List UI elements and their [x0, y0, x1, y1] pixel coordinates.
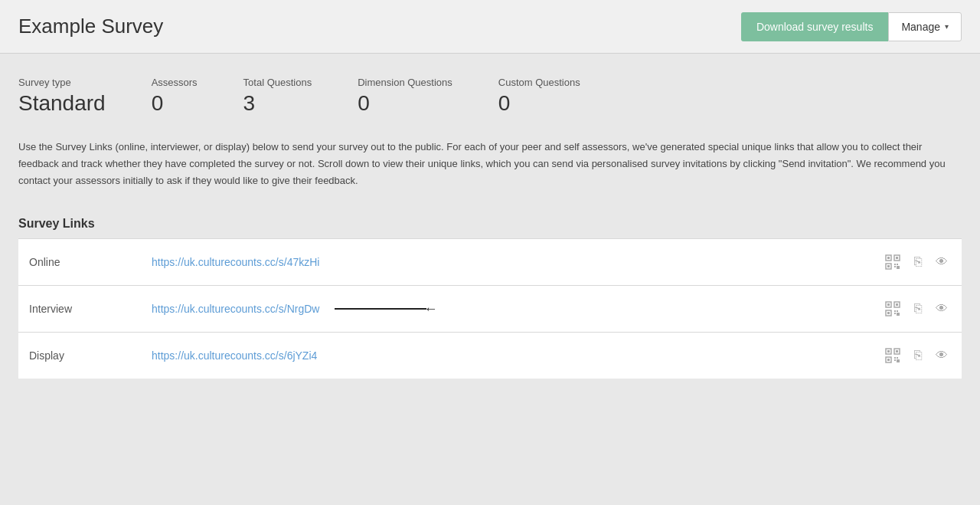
svg-rect-7 — [897, 264, 898, 265]
svg-rect-19 — [897, 313, 900, 316]
main-content: Survey type Standard Assessors 0 Total Q… — [0, 54, 980, 402]
svg-rect-1 — [887, 257, 890, 259]
stat-label-assessors: Assessors — [152, 77, 198, 88]
link-label-display: Display — [18, 333, 141, 379]
stat-label-custom-questions: Custom Questions — [498, 77, 580, 88]
eye-icon: 👁 — [936, 302, 948, 316]
stat-value-survey-type: Standard — [18, 91, 106, 116]
link-display[interactable]: https://uk.culturecounts.cc/s/6jYZi4 — [152, 349, 317, 362]
stat-dimension-questions: Dimension Questions 0 — [358, 77, 452, 116]
qr-icon — [885, 301, 900, 316]
svg-rect-18 — [894, 313, 896, 314]
stat-value-total-questions: 3 — [243, 91, 312, 116]
page-title: Example Survey — [18, 15, 163, 38]
qr-code-button-online[interactable] — [882, 251, 903, 273]
svg-rect-8 — [894, 266, 896, 267]
header-actions: Download survey results Manage ▾ — [741, 12, 962, 41]
link-actions-display: ⎘ 👁 — [775, 333, 962, 379]
svg-rect-13 — [896, 303, 898, 306]
preview-button-online[interactable]: 👁 — [933, 252, 951, 272]
stat-label-survey-type: Survey type — [18, 77, 106, 88]
svg-rect-3 — [896, 257, 898, 259]
eye-icon: 👁 — [936, 255, 948, 269]
stat-label-total-questions: Total Questions — [243, 77, 312, 88]
svg-rect-5 — [887, 265, 890, 267]
table-row: Online https://uk.culturecounts.cc/s/47k… — [18, 239, 962, 286]
svg-rect-26 — [894, 357, 896, 359]
svg-rect-23 — [896, 350, 898, 353]
svg-rect-15 — [887, 312, 890, 314]
svg-rect-16 — [894, 310, 896, 312]
copy-icon: ⎘ — [914, 301, 922, 316]
link-online[interactable]: https://uk.culturecounts.cc/s/47kzHi — [152, 256, 319, 268]
svg-rect-11 — [887, 303, 890, 306]
eye-icon: 👁 — [936, 349, 948, 362]
stat-total-questions: Total Questions 3 — [243, 77, 312, 116]
stat-label-dimension-questions: Dimension Questions — [358, 77, 452, 88]
table-row: Interview https://uk.culturecounts.cc/s/… — [18, 286, 962, 333]
link-actions-online: ⎘ 👁 — [775, 239, 962, 286]
link-label-interview: Interview — [18, 286, 141, 333]
copy-button-interview[interactable]: ⎘ — [911, 298, 925, 320]
manage-label: Manage — [901, 21, 940, 33]
qr-code-button-interview[interactable] — [882, 298, 903, 320]
svg-rect-6 — [894, 264, 896, 265]
link-interview[interactable]: https://uk.culturecounts.cc/s/NrgDw — [152, 303, 319, 315]
download-button[interactable]: Download survey results — [741, 12, 889, 41]
link-url-cell-interview: https://uk.culturecounts.cc/s/NrgDw ← — [141, 286, 775, 333]
survey-links-section: Survey Links Online https://uk.cultureco… — [18, 217, 962, 379]
link-label-online: Online — [18, 239, 141, 286]
svg-rect-27 — [897, 357, 898, 359]
survey-links-title: Survey Links — [18, 217, 962, 231]
chevron-down-icon: ▾ — [945, 22, 949, 31]
qr-icon — [885, 348, 900, 363]
stat-assessors: Assessors 0 — [152, 77, 198, 116]
svg-rect-28 — [894, 359, 896, 361]
copy-icon: ⎘ — [914, 348, 922, 363]
link-actions-interview: ⎘ 👁 — [775, 286, 962, 333]
copy-icon: ⎘ — [914, 254, 922, 270]
svg-rect-25 — [887, 359, 890, 361]
copy-button-display[interactable]: ⎘ — [911, 345, 925, 366]
table-row: Display https://uk.culturecounts.cc/s/6j… — [18, 333, 962, 379]
page-header: Example Survey Download survey results M… — [0, 0, 980, 54]
preview-button-display[interactable]: 👁 — [933, 346, 951, 366]
qr-icon — [885, 254, 900, 270]
link-url-cell-display: https://uk.culturecounts.cc/s/6jYZi4 — [141, 333, 775, 379]
links-table: Online https://uk.culturecounts.cc/s/47k… — [18, 238, 962, 379]
stat-value-dimension-questions: 0 — [358, 91, 452, 116]
svg-rect-17 — [897, 310, 898, 312]
arrow-left-icon: ← — [423, 301, 437, 317]
svg-rect-21 — [887, 350, 890, 353]
copy-button-online[interactable]: ⎘ — [911, 251, 925, 273]
qr-code-button-display[interactable] — [882, 345, 903, 366]
stat-value-custom-questions: 0 — [498, 91, 580, 116]
preview-button-interview[interactable]: 👁 — [933, 299, 951, 319]
link-url-cell-online: https://uk.culturecounts.cc/s/47kzHi — [141, 239, 775, 286]
stat-value-assessors: 0 — [152, 91, 198, 116]
arrow-line — [335, 308, 426, 310]
arrow-indicator: ← — [335, 301, 437, 317]
svg-rect-9 — [897, 266, 900, 269]
description-text: Use the Survey Links (online, interviewe… — [18, 139, 962, 189]
stat-custom-questions: Custom Questions 0 — [498, 77, 580, 116]
stat-survey-type: Survey type Standard — [18, 77, 106, 116]
manage-button[interactable]: Manage ▾ — [888, 12, 962, 41]
svg-rect-29 — [897, 359, 900, 362]
stats-row: Survey type Standard Assessors 0 Total Q… — [18, 77, 962, 116]
